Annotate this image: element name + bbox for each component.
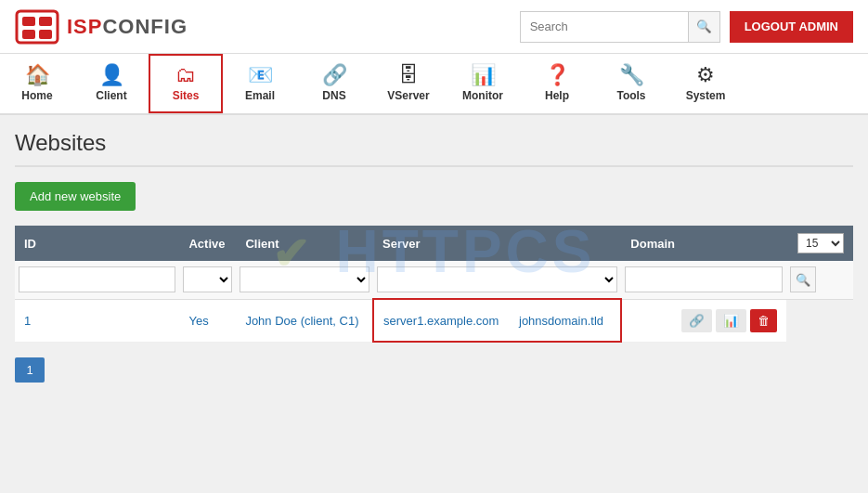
add-website-button[interactable]: Add new website bbox=[15, 182, 136, 211]
svg-rect-4 bbox=[39, 30, 52, 39]
nav-tab-help[interactable]: ❓ Help bbox=[520, 54, 594, 113]
col-domain: Domain bbox=[621, 226, 785, 261]
filter-row: Yes No bbox=[15, 261, 853, 299]
filter-domain bbox=[621, 261, 785, 299]
nav-tab-tools[interactable]: 🔧 Tools bbox=[594, 54, 668, 113]
pagination: 1 bbox=[15, 357, 853, 383]
search-input[interactable] bbox=[521, 12, 688, 42]
nav-tabs: 🏠 Home 👤 Client 🗂 Sites 📧 Email 🔗 DNS 🗄 … bbox=[0, 54, 868, 115]
filter-server-select[interactable] bbox=[378, 272, 616, 287]
page-content: Websites Add new website ID Active Clien… bbox=[0, 115, 868, 397]
logo-area: ISPCONFIG bbox=[15, 9, 188, 45]
home-tab-icon: 🏠 bbox=[25, 65, 50, 85]
filter-client bbox=[236, 261, 373, 299]
filter-search-icon: 🔍 bbox=[796, 273, 810, 287]
filter-domain-input[interactable] bbox=[625, 266, 782, 292]
filter-id bbox=[15, 261, 179, 299]
row-id-link[interactable]: 1 bbox=[24, 314, 31, 328]
table-row: 1 Yes John Doe (client, C1) server1.exam… bbox=[15, 299, 853, 342]
email-tab-icon: 📧 bbox=[248, 65, 273, 85]
cell-client: John Doe (client, C1) bbox=[236, 299, 373, 342]
search-box: 🔍 bbox=[520, 11, 720, 43]
nav-tab-home[interactable]: 🏠 Home bbox=[0, 54, 74, 113]
cell-client-value: John Doe (client, C1) bbox=[245, 314, 358, 328]
action-chart-button[interactable]: 📊 bbox=[716, 309, 746, 332]
vserver-tab-label: VServer bbox=[387, 89, 429, 102]
cell-domain-value: johnsdomain.tld bbox=[519, 314, 603, 328]
nav-tab-client[interactable]: 👤 Client bbox=[74, 54, 149, 113]
svg-rect-1 bbox=[22, 17, 35, 26]
tools-tab-label: Tools bbox=[616, 89, 645, 102]
filter-search-button[interactable]: 🔍 bbox=[790, 266, 816, 292]
page-title: Websites bbox=[15, 130, 853, 167]
cell-id: 1 bbox=[15, 299, 179, 342]
dns-tab-icon: 🔗 bbox=[322, 65, 347, 85]
action-delete-button[interactable]: 🗑 bbox=[750, 309, 777, 332]
col-client: Client bbox=[236, 226, 373, 261]
filter-active-select[interactable]: Yes No bbox=[184, 272, 231, 287]
search-icon: 🔍 bbox=[696, 19, 712, 33]
monitor-tab-label: Monitor bbox=[462, 89, 503, 102]
cell-active: Yes bbox=[179, 299, 236, 342]
cell-server-value: server1.example.com bbox=[383, 314, 499, 328]
action-link-button[interactable]: 🔗 bbox=[681, 309, 712, 332]
svg-rect-2 bbox=[39, 17, 52, 26]
per-page-select[interactable]: 15 25 50 bbox=[797, 233, 844, 253]
home-tab-label: Home bbox=[21, 89, 52, 102]
filter-client-select[interactable] bbox=[240, 272, 369, 287]
page-1-button[interactable]: 1 bbox=[15, 357, 45, 383]
col-id: ID bbox=[15, 226, 179, 261]
header-right: 🔍 LOGOUT ADMIN bbox=[520, 11, 853, 43]
nav-tab-system[interactable]: ⚙ System bbox=[668, 54, 743, 113]
table-header-row: ID Active Client Server Domain 15 25 50 bbox=[15, 226, 853, 261]
cell-active-value: Yes bbox=[188, 314, 208, 328]
filter-server bbox=[373, 261, 621, 299]
col-active: Active bbox=[179, 226, 236, 261]
vserver-tab-icon: 🗄 bbox=[398, 65, 419, 85]
email-tab-label: Email bbox=[245, 89, 275, 102]
nav-tab-monitor[interactable]: 📊 Monitor bbox=[446, 54, 520, 113]
tools-tab-icon: 🔧 bbox=[619, 65, 644, 85]
filter-id-input[interactable] bbox=[19, 266, 175, 292]
logout-button[interactable]: LOGOUT ADMIN bbox=[730, 11, 853, 43]
monitor-tab-icon: 📊 bbox=[471, 65, 496, 85]
nav-tab-sites[interactable]: 🗂 Sites bbox=[149, 54, 223, 113]
websites-table: ID Active Client Server Domain 15 25 50 bbox=[15, 226, 853, 343]
logo-icon bbox=[15, 9, 59, 45]
client-tab-label: Client bbox=[96, 89, 126, 102]
svg-rect-3 bbox=[22, 30, 35, 39]
client-tab-icon: 👤 bbox=[99, 65, 124, 85]
nav-tab-dns[interactable]: 🔗 DNS bbox=[297, 54, 371, 113]
nav-tab-vserver[interactable]: 🗄 VServer bbox=[371, 54, 446, 113]
cell-actions: 🔗 📊 🗑 bbox=[621, 299, 785, 342]
col-server: Server bbox=[373, 226, 621, 261]
dns-tab-label: DNS bbox=[322, 89, 345, 102]
table-body: 1 Yes John Doe (client, C1) server1.exam… bbox=[15, 299, 853, 342]
logo-text: ISPCONFIG bbox=[67, 15, 188, 39]
system-tab-label: System bbox=[686, 89, 726, 102]
help-tab-icon: ❓ bbox=[545, 65, 570, 85]
system-tab-icon: ⚙ bbox=[696, 65, 715, 85]
cell-server-domain: server1.example.com johnsdomain.tld bbox=[373, 299, 621, 342]
sites-tab-label: Sites bbox=[173, 89, 200, 102]
nav-tab-email[interactable]: 📧 Email bbox=[223, 54, 297, 113]
logo-config: CONFIG bbox=[102, 15, 188, 38]
filter-search: 🔍 bbox=[786, 261, 853, 299]
sites-tab-icon: 🗂 bbox=[175, 65, 196, 85]
help-tab-label: Help bbox=[545, 89, 569, 102]
header: ISPCONFIG 🔍 LOGOUT ADMIN bbox=[0, 0, 868, 54]
col-actions: 15 25 50 bbox=[786, 226, 853, 261]
logo-isp: ISP bbox=[67, 15, 102, 38]
search-button[interactable]: 🔍 bbox=[688, 12, 719, 42]
filter-active: Yes No bbox=[179, 261, 236, 299]
